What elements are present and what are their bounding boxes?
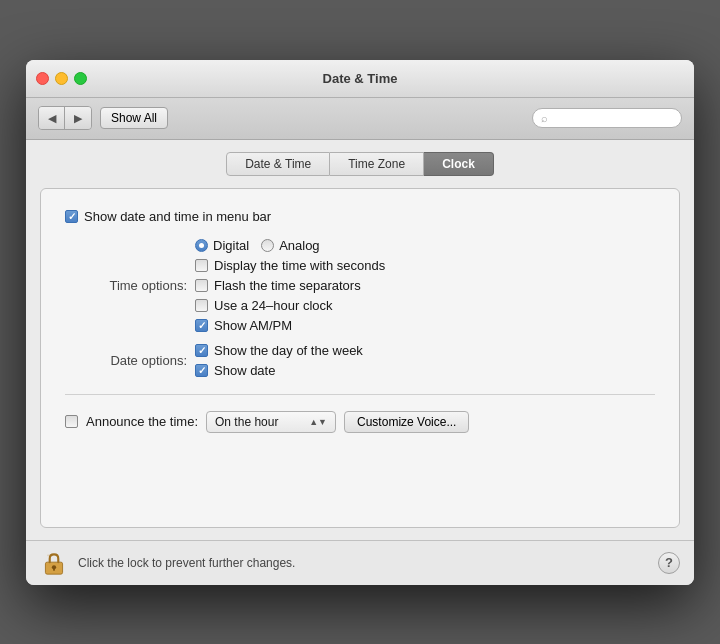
search-icon: ⌕ [541,112,548,124]
nav-group: ◀ ▶ [38,106,92,130]
show-date-label: Show date [214,363,275,378]
announce-dropdown[interactable]: On the hour ▲▼ [206,411,336,433]
main-window: Date & Time ◀ ▶ Show All ⌕ Date & Time T… [26,60,694,585]
dropdown-arrow-icon: ▲▼ [309,417,327,427]
show-all-button[interactable]: Show All [100,107,168,129]
bottom-bar: Click the lock to prevent further change… [26,540,694,585]
show-date-item[interactable]: Show date [195,363,363,378]
show-day-item[interactable]: Show the day of the week [195,343,363,358]
divider [65,394,655,395]
24-hour-checkbox[interactable] [195,299,208,312]
customize-voice-button[interactable]: Customize Voice... [344,411,469,433]
flash-separators-item[interactable]: Flash the time separators [195,278,385,293]
date-options-label: Date options: [65,353,195,368]
help-button[interactable]: ? [658,552,680,574]
close-button[interactable] [36,72,49,85]
show-day-checkbox[interactable] [195,344,208,357]
announce-dropdown-value: On the hour [215,415,278,429]
show-ampm-checkbox[interactable] [195,319,208,332]
announce-label: Announce the time: [86,414,198,429]
time-options-col: Digital Analog Display the time with sec… [195,238,385,333]
show-date-checkbox[interactable] [195,364,208,377]
window-title: Date & Time [323,71,398,86]
24-hour-item[interactable]: Use a 24–hour clock [195,298,385,313]
content-panel: Show date and time in menu bar Time opti… [40,188,680,528]
time-options-row: Time options: Digital Analog Display the… [65,238,655,333]
show-day-label: Show the day of the week [214,343,363,358]
analog-label: Analog [279,238,319,253]
toolbar: ◀ ▶ Show All ⌕ [26,98,694,140]
show-menubar-checkbox[interactable] [65,210,78,223]
date-options-row: Date options: Show the day of the week S… [65,343,655,378]
lock-text: Click the lock to prevent further change… [78,556,295,570]
flash-separators-checkbox[interactable] [195,279,208,292]
forward-button[interactable]: ▶ [65,107,91,129]
show-menubar-label: Show date and time in menu bar [84,209,271,224]
show-ampm-item[interactable]: Show AM/PM [195,318,385,333]
analog-radio-item[interactable]: Analog [261,238,319,253]
digital-radio[interactable] [195,239,208,252]
tab-bar: Date & Time Time Zone Clock [26,140,694,176]
lock-button[interactable] [40,549,68,577]
digital-radio-item[interactable]: Digital [195,238,249,253]
24-hour-label: Use a 24–hour clock [214,298,333,313]
tab-time-zone[interactable]: Time Zone [330,152,424,176]
svg-rect-3 [53,568,55,571]
lock-icon [42,551,66,575]
titlebar: Date & Time [26,60,694,98]
tab-clock[interactable]: Clock [424,152,494,176]
maximize-button[interactable] [74,72,87,85]
search-box[interactable]: ⌕ [532,108,682,128]
time-options-label: Time options: [65,278,195,293]
announce-checkbox[interactable] [65,415,78,428]
flash-separators-label: Flash the time separators [214,278,361,293]
traffic-lights [36,72,87,85]
announce-row: Announce the time: On the hour ▲▼ Custom… [65,411,655,433]
show-seconds-label: Display the time with seconds [214,258,385,273]
analog-radio[interactable] [261,239,274,252]
show-seconds-checkbox[interactable] [195,259,208,272]
digital-analog-row: Digital Analog [195,238,385,253]
date-options-col: Show the day of the week Show date [195,343,363,378]
tab-date-time[interactable]: Date & Time [226,152,330,176]
show-ampm-label: Show AM/PM [214,318,292,333]
back-button[interactable]: ◀ [39,107,65,129]
digital-label: Digital [213,238,249,253]
minimize-button[interactable] [55,72,68,85]
show-seconds-item[interactable]: Display the time with seconds [195,258,385,273]
show-menubar-row: Show date and time in menu bar [65,209,655,224]
